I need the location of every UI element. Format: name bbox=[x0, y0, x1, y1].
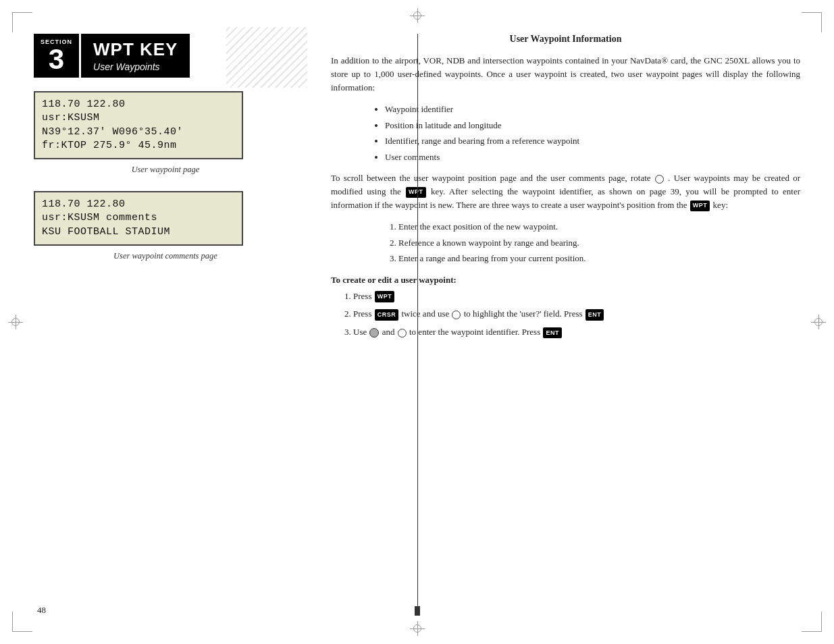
step3-text-and: and bbox=[382, 327, 397, 337]
screen1-line2: usr:KSUSM bbox=[42, 111, 235, 125]
step1-number: 1. bbox=[344, 291, 353, 301]
intro-paragraph: In addition to the airport, VOR, NDB and… bbox=[331, 54, 800, 95]
section-header: SECTION 3 WPT KEY User Waypoints bbox=[34, 34, 297, 78]
section-number: 3 bbox=[49, 45, 64, 74]
bullet-item-3: Identifier, range and bearing from a ref… bbox=[385, 133, 800, 149]
procedure-label: To create or edit a user waypoint: bbox=[331, 275, 800, 286]
step2-text-highlight: to highlight the 'user?' field. Press bbox=[464, 308, 585, 319]
numbered-step-1: Enter the exact position of the new wayp… bbox=[398, 219, 800, 234]
step3-number: 3. Use bbox=[344, 327, 369, 337]
wpt-key-badge-1: WPT bbox=[406, 187, 426, 198]
page-number: 48 bbox=[37, 605, 46, 616]
knob-icon-1 bbox=[655, 175, 664, 184]
screen1-caption: User waypoint page bbox=[34, 165, 297, 175]
knob-icon-2 bbox=[452, 311, 461, 319]
ent-key-badge-2: ENT bbox=[543, 327, 562, 338]
step1-text-press: Press bbox=[353, 291, 374, 301]
wpt-key-badge-step1: WPT bbox=[375, 291, 395, 302]
bullet-item-4: User comments bbox=[385, 149, 800, 165]
wpt-key-badge-2: WPT bbox=[690, 200, 710, 211]
screen2-line1: 118.70 122.80 bbox=[42, 198, 235, 211]
knob-icon-filled bbox=[369, 328, 379, 338]
bullet-item-1: Waypoint identifier bbox=[385, 101, 800, 117]
right-column: User Waypoint Information In addition to… bbox=[317, 27, 800, 617]
screen1-line3: N39°12.37' W096°35.40' bbox=[42, 126, 235, 139]
ent-key-badge-1: ENT bbox=[585, 309, 604, 320]
screen2-line2: usr:KSUSM comments bbox=[42, 211, 235, 225]
section-subtitle: User Waypoints bbox=[93, 61, 178, 72]
screen1-line4: fr:KTOP 275.9° 45.9nm bbox=[42, 139, 235, 153]
section-heading: User Waypoint Information bbox=[331, 34, 800, 45]
step2-number: 2. Press bbox=[344, 308, 374, 319]
step3-text-enter: to enter the waypoint identifier. Press bbox=[409, 327, 542, 337]
screen2-line3: KSU FOOTBALL STADIUM bbox=[42, 225, 235, 239]
step2-text-mid: twice and use bbox=[401, 308, 451, 319]
procedure-step-1: 1. Press WPT bbox=[344, 290, 800, 304]
bullet-item-2: Position in latitude and longitude bbox=[385, 117, 800, 133]
numbered-steps-list: Enter the exact position of the new wayp… bbox=[398, 219, 800, 266]
crsr-key-badge: CRSR bbox=[375, 309, 399, 320]
section-key-title: WPT KEY bbox=[93, 39, 178, 60]
left-column: SECTION 3 WPT KEY User Waypoints 118.70 … bbox=[34, 27, 317, 617]
screen2-caption: User waypoint comments page bbox=[34, 251, 297, 261]
knob-icon-3 bbox=[398, 329, 407, 338]
procedure-step-3: 3. Use and to enter the waypoint identif… bbox=[344, 325, 800, 340]
gps-screen-2: 118.70 122.80 usr:KSUSM comments KSU FOO… bbox=[34, 191, 243, 246]
gps-screen-1: 118.70 122.80 usr:KSUSM N39°12.37' W096°… bbox=[34, 91, 243, 159]
numbered-step-3: Enter a range and bearing from your curr… bbox=[398, 250, 800, 266]
bullet-list: Waypoint identifier Position in latitude… bbox=[385, 101, 800, 165]
section-box: SECTION 3 bbox=[34, 34, 79, 78]
procedure-step-2: 2. Press CRSR twice and use to highlight… bbox=[344, 307, 800, 321]
numbered-step-2: Reference a known waypoint by range and … bbox=[398, 235, 800, 250]
screen1-line1: 118.70 122.80 bbox=[42, 98, 235, 111]
section-title-box: WPT KEY User Waypoints bbox=[81, 34, 190, 78]
scroll-paragraph: To scroll between the user waypoint posi… bbox=[331, 171, 800, 212]
